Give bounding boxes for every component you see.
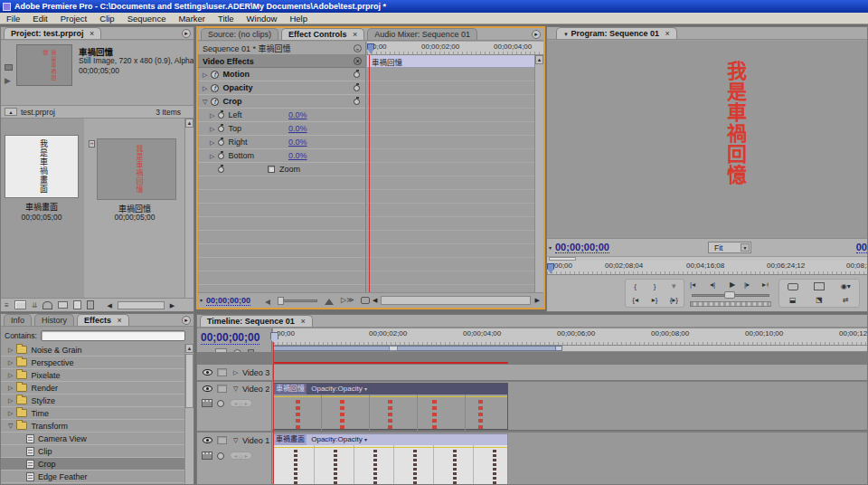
param-value[interactable]: 0.0% [288,124,307,133]
expand-icon[interactable]: ▷ [210,112,214,119]
expand-icon[interactable]: ▷ [8,372,13,378]
collapse-track-icon[interactable]: ▽ [233,437,238,443]
expand-icon[interactable]: ▷ [8,410,13,416]
ec-hscrollbar[interactable] [381,296,531,305]
toggle-animation-icon[interactable] [218,112,224,119]
work-area-track[interactable] [273,346,867,352]
effect-camera-view[interactable]: Camera View [1,433,184,445]
ec-vscrollbar[interactable]: ▲ [534,55,543,292]
toggle-track-output-icon[interactable] [203,437,212,443]
collapse-icon[interactable]: ▾ [549,245,552,251]
show-keyframes-icon[interactable] [217,400,224,407]
icon-view-icon[interactable] [14,300,26,309]
toggle-animation-icon[interactable] [218,139,224,146]
scroll-up-icon[interactable]: ▲ [185,344,193,353]
scroll-right-icon[interactable]: ▶ [170,302,175,309]
go-to-in-button[interactable]: {◂ [632,296,638,305]
track-lock-box[interactable] [217,385,227,393]
scroll-up-icon[interactable]: ▲ [185,119,193,128]
folder-noise-grain[interactable]: ▷Noise & Grain [1,344,184,357]
effect-row-opacity[interactable]: ▷ f Opacity [198,81,365,95]
expand-track-icon[interactable]: ▷ [233,369,238,376]
scroll-up-icon[interactable]: ▲ [535,55,543,64]
go-to-out-button[interactable]: ▸} [652,296,658,305]
set-display-style-icon[interactable] [202,399,212,407]
param-row-left[interactable]: ▷ Left 0.0% [198,109,365,122]
hscroll-left-icon[interactable]: ◀ [373,297,377,303]
track-lock-box[interactable] [217,436,227,444]
folder-stylize[interactable]: ▷Stylize [1,395,184,407]
expand-icon[interactable]: ▷ [8,385,13,391]
ec-playhead-line[interactable] [369,55,370,292]
expand-icon[interactable]: ▷ [8,397,13,404]
next-keyframe-icon[interactable]: ▸ [245,400,248,406]
automate-to-sequence-icon[interactable]: ⇊ [32,301,38,309]
fit-dropdown[interactable]: Fit ▼ [708,242,751,253]
project-item[interactable]: 我是車禍畫面 車禍畫面 00;00;05;00 [3,135,80,222]
dropdown-arrow-icon[interactable]: ▾ [364,386,367,392]
step-back-button[interactable]: ◂| [710,281,715,290]
list-view-icon[interactable]: ≡ [5,301,9,309]
program-ruler[interactable]: 00;00 00;02;08;04 00;04;16;08 00;06;24;1… [547,261,867,275]
expand-icon[interactable]: ▷ [8,347,13,353]
preview-play-icon[interactable]: ▶ [5,77,11,85]
tab-timeline[interactable]: Timeline: Sequence 01 × [200,315,313,327]
param-value[interactable]: 0.0% [288,110,307,119]
panel-menu-icon[interactable]: ▸ [182,29,191,38]
tab-effect-controls[interactable]: Effect Controls × [281,28,364,40]
collapse-group-icon[interactable]: » [354,44,362,52]
folder-pixelate[interactable]: ▷Pixelate [1,369,184,382]
timeline-playhead-line[interactable] [273,342,274,484]
dropdown-arrow-icon[interactable]: ▾ [364,437,367,442]
ec-timecode[interactable]: 00;00;00;00 [206,296,250,306]
project-scrollbar[interactable]: ▲ [184,119,193,300]
expand-icon[interactable]: ▷ [203,71,207,78]
stopwatch-icon[interactable] [354,85,360,91]
trim-button[interactable]: ⇄ [843,296,849,305]
work-area-end-handle[interactable] [555,346,562,351]
show-keyframes-icon[interactable] [217,452,224,460]
timeline-timecode[interactable]: 00;00;00;00 [201,331,259,345]
prev-keyframe-icon[interactable]: ◂ [234,400,237,406]
ec-mini-ruler[interactable]: 0;00 00;00;02;00 00;00;04;00 [367,42,543,55]
fx-enabled-icon[interactable]: f [211,71,219,79]
panel-menu-icon[interactable]: ▸ [182,316,191,325]
set-in-point-button[interactable]: { [634,282,637,291]
add-keyframe-icon[interactable]: ◇ [239,400,243,406]
tab-history[interactable]: History [34,314,74,326]
expand-icon[interactable]: ▷ [8,359,13,366]
find-icon[interactable] [42,301,52,309]
toggle-animation-icon[interactable] [218,153,224,159]
set-marker-button[interactable]: ▼ [670,282,677,291]
go-to-previous-edit-button[interactable]: |◂ [690,281,695,290]
toggle-track-output-icon[interactable] [203,369,212,376]
track-name[interactable]: Video 1 [242,436,269,445]
panel-menu-icon[interactable]: ▸ [532,30,541,39]
folder-transform[interactable]: ▽Transform [1,420,184,433]
hide-timeline-view-icon[interactable]: × [354,57,362,65]
loop-button[interactable] [788,283,798,290]
track-name[interactable]: Video 3 [242,368,269,377]
expand-icon[interactable]: ▷ [210,126,214,132]
effect-edge-feather[interactable]: Edge Feather [1,471,184,483]
folder-time[interactable]: ▷Time [1,407,184,420]
toggle-track-output-icon[interactable] [203,385,212,392]
delete-icon[interactable] [87,300,94,309]
menu-marker[interactable]: Marker [172,14,212,24]
item-label[interactable]: 車禍畫面 [3,201,80,213]
tab-effects[interactable]: Effects × [77,314,129,326]
track-name[interactable]: Video 2 [242,385,269,394]
bin-up-icon[interactable]: ▴ [5,108,17,116]
output-button[interactable]: ◉▾ [841,282,851,291]
prev-keyframe-icon[interactable]: ◂ [234,452,237,459]
stopwatch-icon[interactable] [354,99,360,105]
timeline-ruler[interactable]: 00;00 00;00;02;00 00;00;04;00 00;00;06;0… [273,328,867,346]
expand-icon[interactable]: ▷ [210,139,214,146]
menu-file[interactable]: File [0,14,26,24]
menu-window[interactable]: Window [241,14,284,24]
step-forward-button[interactable]: |▸ [744,281,750,290]
preview-thumbnail[interactable]: 我是車禍回憶 [16,44,72,86]
param-row-bottom[interactable]: ▷ Bottom 0.0% [198,149,365,163]
menu-clip[interactable]: Clip [93,14,120,24]
fx-enabled-icon[interactable]: f [211,98,219,106]
